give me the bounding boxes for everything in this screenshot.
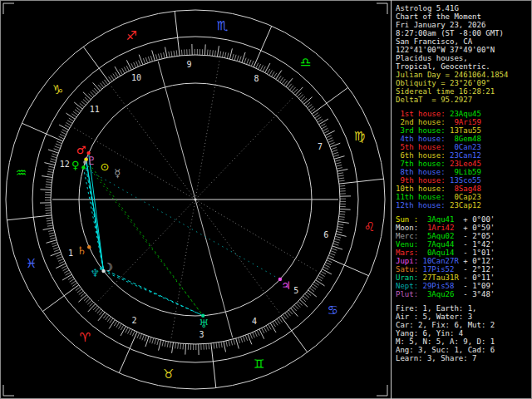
- astrology-chart-wheel: ♈♉♊♋♌♍♎♏♐♑♒♓123456789101112♂♇⊙☿♀♄♆☽♅♃: [0, 0, 391, 399]
- planet-row: Merc: 5Aqu02 - 2°05': [396, 232, 532, 240]
- planet-position: 0Aqu14: [423, 249, 464, 257]
- house-cusp-position: 23Can12: [446, 151, 481, 160]
- house-number-7: 7: [318, 142, 323, 151]
- planet-latitude: - 2°05': [463, 232, 495, 240]
- planet-glyph-jupiter-icon: ♃: [281, 279, 291, 292]
- spacer: [396, 104, 532, 110]
- planet-glyph-mars-icon: ♂: [76, 144, 86, 156]
- house-number-3: 3: [199, 330, 204, 339]
- house-cusp-row: 1st house: 23Aqu45: [396, 110, 532, 118]
- wheel-center: [194, 198, 196, 200]
- house-label: 12th house:: [396, 201, 446, 209]
- zodiac-sign-virgo-icon: ♍: [354, 129, 365, 144]
- planet-latitude: - 0°11': [463, 273, 495, 282]
- house-cusp-line-8: [195, 96, 294, 200]
- planet-glyph-mercury-icon: ☿: [114, 167, 121, 180]
- planet-name: Moon:: [396, 224, 423, 232]
- house-number-5: 5: [293, 286, 298, 295]
- house-number-10: 10: [131, 73, 141, 82]
- house-label: 8th house:: [396, 168, 446, 176]
- julian-day: Julian Day = 2461064.1854: [396, 71, 532, 79]
- house-cusp-position: 9Lib59: [446, 168, 481, 176]
- house-number-8: 8: [254, 74, 259, 83]
- planet-dot-mercury: [83, 160, 86, 164]
- house-cusp-position: 0Can23: [446, 143, 481, 151]
- house-cusp-position: 13Sco55: [446, 176, 481, 185]
- house-number-6: 6: [323, 230, 328, 239]
- planet-name: Sun :: [396, 215, 423, 224]
- zodiac-sign-pisces-icon: ♓: [26, 256, 37, 271]
- planet-position: 5Aqu02: [423, 232, 464, 240]
- planet-dot-venus: [81, 165, 85, 169]
- house-cusp-line-6: [195, 200, 318, 272]
- planet-glyph-uranus-icon: ♅: [199, 318, 209, 330]
- planet-position-list: Sun : 3Aqu41 + 0°00'Moon: 1Ari42 + 0°59'…: [396, 215, 532, 298]
- house-cusp-line-3: [171, 200, 195, 341]
- house-cusp-line-11: [110, 85, 195, 200]
- house-label: 9th house:: [396, 176, 446, 185]
- zodiac-sign-leo-icon: ♌: [364, 219, 375, 234]
- house-cusp-position: 8Gem48: [446, 135, 481, 143]
- planet-latitude: + 0°12': [463, 257, 495, 265]
- house-cusp-line-2: [96, 200, 195, 303]
- house-label: 4th house:: [396, 135, 446, 143]
- corner-mark: [377, 385, 387, 396]
- house-number-9: 9: [187, 60, 192, 69]
- house-cusp-position: 23Aqu45: [446, 110, 481, 118]
- house-label: 3rd house:: [396, 126, 446, 135]
- planet-glyph-venus-icon: ♀: [71, 159, 80, 171]
- house-cusp-position: 9Ari59: [446, 118, 481, 126]
- house-cusp-row: 9th house: 13Sco55: [396, 176, 532, 185]
- tally-mnad: M: 5, N: 5, A: 9, D: 1: [396, 337, 532, 346]
- spacer: [396, 209, 532, 215]
- planet-latitude: + 0°59': [463, 224, 495, 232]
- astrolog-window: ♈♉♊♋♌♍♎♏♐♑♒♓123456789101112♂♇⊙☿♀♄♆☽♅♃ As…: [0, 0, 532, 399]
- house-label: 5th house:: [396, 143, 446, 151]
- tally-elements-2: Air : 5, Water: 3: [396, 313, 532, 321]
- obliquity: Obliquity = 23°26'09": [396, 79, 532, 87]
- planet-row: Satu: 17Pis52 - 2°12': [396, 265, 532, 273]
- tally-ang-suc-cad: Ang: 3, Suc: 1, Cad: 6: [396, 346, 532, 354]
- element-tally-list: Fire: 1, Earth: 1, Air : 5, Water: 3 Car…: [396, 304, 532, 362]
- corner-mark: [3, 3, 14, 14]
- house-number-11: 11: [90, 105, 100, 114]
- tally-yang-yin: Yang: 6, Yin: 4: [396, 329, 532, 337]
- planet-name: Merc:: [396, 232, 423, 240]
- zodiac-sign-gemini-icon: ♊: [254, 357, 264, 372]
- planet-name: Nept:: [396, 282, 423, 290]
- zodiac-sign-capricorn-icon: ♑: [52, 82, 63, 97]
- planet-glyph-neptune-icon: ♆: [90, 267, 100, 279]
- chart-area: ♈♉♊♋♌♍♎♏♐♑♒♓123456789101112♂♇⊙☿♀♄♆☽♅♃: [0, 0, 391, 399]
- house-number-4: 4: [252, 317, 257, 326]
- house-cusp-line-5: [195, 200, 281, 314]
- planet-row: Mars: 0Aqu14 - 1°01': [396, 249, 532, 257]
- planet-name: Mars:: [396, 249, 423, 257]
- zodiac-sign-aquarius-icon: ♒: [16, 165, 27, 180]
- zodiac-sign-libra-icon: ♎: [300, 55, 311, 70]
- house-number-1: 1: [68, 249, 73, 258]
- chart-time: 8:27:00am (ST -8:00 GMT): [396, 29, 532, 37]
- house-cusp-row: 6th house: 23Can12: [396, 151, 532, 160]
- spacer: [396, 298, 532, 304]
- planet-position: 1Ari42: [423, 224, 464, 232]
- planet-name: Plut:: [396, 290, 423, 298]
- app-title: Astrolog 5.41G: [396, 4, 532, 12]
- zodiac-sign-sagittarius-icon: ♐: [126, 28, 136, 43]
- planet-position: 27Tau31R: [423, 273, 464, 282]
- house-system: Placidus houses,: [396, 54, 532, 62]
- planet-dot-uranus: [201, 314, 204, 318]
- corner-mark: [3, 385, 14, 396]
- house-cusp-position: 23Cap12: [446, 201, 481, 209]
- planet-name: Uran:: [396, 273, 423, 282]
- aspect-line-mercury-moon: [85, 162, 103, 271]
- zodiac-sign-cancer-icon: ♋: [328, 303, 338, 318]
- house-label: 10th house:: [396, 185, 446, 193]
- house-cusp-line-10: [158, 62, 195, 200]
- zodiac-sign-taurus-icon: ♉: [163, 367, 174, 382]
- house-cusp-row: 5th house: 0Can23: [396, 143, 532, 151]
- planet-latitude: - 1°09': [463, 282, 495, 290]
- planet-row: Venu: 7Aqu44 - 1°42': [396, 240, 532, 249]
- house-cusp-position: 0Cap23: [446, 193, 481, 201]
- planet-position: 3Aqu26: [423, 290, 464, 298]
- planet-glyph-moon-icon: ☽: [103, 261, 113, 273]
